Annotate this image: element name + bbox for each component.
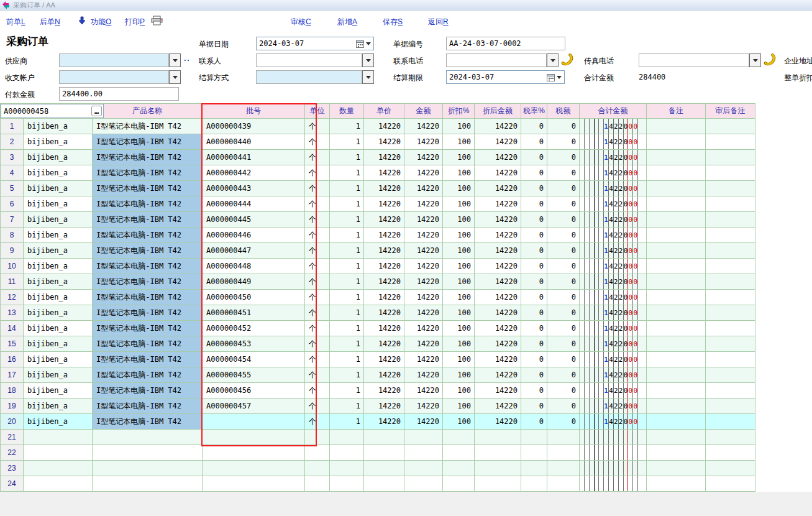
settle-method-value[interactable] <box>256 70 362 84</box>
cell-after_discount[interactable]: 14220 <box>475 243 521 259</box>
cell-no[interactable]: 24 <box>1 476 24 492</box>
cell-code[interactable] <box>24 430 93 445</box>
cell-remark[interactable] <box>647 399 706 414</box>
cell-total[interactable] <box>580 461 647 476</box>
cell-qty[interactable]: 1 <box>330 243 364 259</box>
cell-remark[interactable] <box>647 259 706 274</box>
cell-discount[interactable]: 100 <box>443 336 475 352</box>
cell-discount[interactable]: 100 <box>443 321 475 336</box>
cell-total[interactable]: 1422000 <box>580 212 647 228</box>
cell-code[interactable] <box>24 461 93 476</box>
cell-after_discount[interactable]: 14220 <box>475 165 521 181</box>
cell-name[interactable]: I型笔记本电脑-IBM T42 <box>93 352 203 367</box>
cell-tax_rate[interactable]: 0 <box>521 181 547 196</box>
cell-code[interactable]: bijiben_a <box>24 196 93 212</box>
cell-no[interactable]: 13 <box>1 305 24 321</box>
cell-amount[interactable]: 14220 <box>404 399 443 414</box>
cell-qty[interactable]: 1 <box>330 336 364 352</box>
doc-date-input[interactable]: 2024-03-07 <box>256 37 374 50</box>
cell-batch[interactable]: A000000457 <box>203 399 305 414</box>
cell-price[interactable] <box>364 461 404 476</box>
cell-amount[interactable]: 14220 <box>404 259 443 274</box>
account-combobox[interactable] <box>59 70 181 84</box>
calendar-icon[interactable] <box>547 73 555 81</box>
cell-name[interactable]: I型笔记本电脑-IBM T42 <box>93 181 203 196</box>
cell-audit_remark[interactable] <box>706 321 755 336</box>
cell-code[interactable]: bijiben_a <box>24 321 93 336</box>
cell-amount[interactable]: 14220 <box>404 243 443 259</box>
cell-name[interactable] <box>93 430 203 445</box>
cell-after_discount[interactable]: 14220 <box>475 399 521 414</box>
cell-no[interactable]: 7 <box>1 212 24 228</box>
cell-qty[interactable]: 1 <box>330 134 364 150</box>
cell-amount[interactable] <box>404 461 443 476</box>
cell-after_discount[interactable]: 14220 <box>475 414 521 430</box>
cell-qty[interactable] <box>330 476 364 492</box>
cell-total[interactable]: 1422000 <box>580 290 647 305</box>
cell-remark[interactable] <box>647 445 706 461</box>
cell-remark[interactable] <box>647 150 706 165</box>
cell-unit[interactable]: 个 <box>305 352 330 367</box>
cell-unit[interactable]: 个 <box>305 181 330 196</box>
cell-audit_remark[interactable] <box>706 414 755 430</box>
cell-no[interactable]: 10 <box>1 259 24 274</box>
dropdown-arrow-icon[interactable] <box>557 76 562 79</box>
cell-qty[interactable]: 1 <box>330 290 364 305</box>
cell-batch[interactable]: A000000444 <box>203 196 305 212</box>
contact-phone-value[interactable] <box>446 53 547 67</box>
cell-amount[interactable]: 14220 <box>404 336 443 352</box>
cell-discount[interactable]: 100 <box>443 383 475 399</box>
cell-amount[interactable]: 14220 <box>404 414 443 430</box>
cell-after_discount[interactable]: 14220 <box>475 196 521 212</box>
cell-unit[interactable]: 个 <box>305 399 330 414</box>
cell-unit[interactable] <box>305 430 330 445</box>
cell-no[interactable]: 1 <box>1 119 24 134</box>
cell-tax[interactable]: 0 <box>547 181 580 196</box>
cell-audit_remark[interactable] <box>706 243 755 259</box>
cell-no[interactable]: 22 <box>1 445 24 461</box>
cell-name[interactable]: I型笔记本电脑-IBM T42 <box>93 196 203 212</box>
cell-after_discount[interactable] <box>475 461 521 476</box>
cell-tax_rate[interactable]: 0 <box>521 119 547 134</box>
cell-total[interactable]: 1422000 <box>580 352 647 367</box>
cell-total[interactable]: 1422000 <box>580 181 647 196</box>
cell-tax_rate[interactable]: 0 <box>521 134 547 150</box>
cell-no[interactable]: 19 <box>1 399 24 414</box>
cell-name[interactable]: I型笔记本电脑-IBM T42 <box>93 119 203 134</box>
cell-batch[interactable] <box>203 476 305 492</box>
cell-no[interactable]: 20 <box>1 414 24 430</box>
cell-after_discount[interactable]: 14220 <box>475 259 521 274</box>
cell-discount[interactable]: 100 <box>443 243 475 259</box>
cell-batch[interactable] <box>203 445 305 461</box>
cell-total[interactable]: 1422000 <box>580 274 647 290</box>
cell-unit[interactable] <box>305 445 330 461</box>
cell-unit[interactable]: 个 <box>305 150 330 165</box>
cell-unit[interactable] <box>305 461 330 476</box>
supplier-dropdown-button[interactable] <box>169 53 181 67</box>
cell-amount[interactable]: 14220 <box>404 305 443 321</box>
cell-tax[interactable]: 0 <box>547 383 580 399</box>
cell-remark[interactable] <box>647 243 706 259</box>
cell-total[interactable]: 1422000 <box>580 196 647 212</box>
cell-audit_remark[interactable] <box>706 150 755 165</box>
cell-unit[interactable]: 个 <box>305 119 330 134</box>
cell-price[interactable]: 14220 <box>364 305 404 321</box>
cell-batch[interactable]: A000000442 <box>203 165 305 181</box>
settle-method-dropdown-button[interactable] <box>362 70 374 84</box>
cell-tax_rate[interactable]: 0 <box>521 290 547 305</box>
cell-after_discount[interactable] <box>475 430 521 445</box>
cell-audit_remark[interactable] <box>706 259 755 274</box>
supplier-value[interactable] <box>59 53 169 67</box>
cell-batch[interactable]: A000000439 <box>203 119 305 134</box>
cell-qty[interactable]: 1 <box>330 212 364 228</box>
cell-discount[interactable]: 100 <box>443 196 475 212</box>
cell-code[interactable]: bijiben_a <box>24 212 93 228</box>
cell-remark[interactable] <box>647 414 706 430</box>
cell-amount[interactable]: 14220 <box>404 290 443 305</box>
cell-after_discount[interactable]: 14220 <box>475 383 521 399</box>
add-button[interactable]: 新增A <box>337 17 357 27</box>
cell-tax_rate[interactable]: 0 <box>521 336 547 352</box>
cell-qty[interactable]: 1 <box>330 352 364 367</box>
cell-amount[interactable]: 14220 <box>404 212 443 228</box>
cell-no[interactable]: 17 <box>1 367 24 383</box>
